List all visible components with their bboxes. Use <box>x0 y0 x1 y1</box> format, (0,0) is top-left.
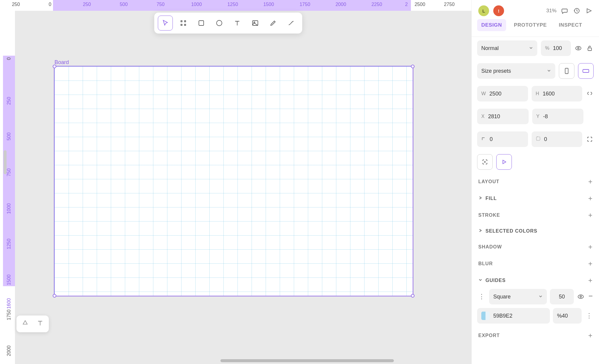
svg-point-6 <box>578 48 579 49</box>
ruler-tick: 750 <box>157 2 165 7</box>
comments-icon[interactable] <box>561 7 568 15</box>
ruler-tick: 2000 <box>6 345 12 356</box>
guide-color-more-icon[interactable]: ⋮ <box>585 312 594 320</box>
history-icon[interactable] <box>573 7 580 15</box>
x-input[interactable]: X <box>477 109 529 124</box>
v-scrollbar-left[interactable] <box>3 141 7 189</box>
play-icon[interactable] <box>585 7 592 15</box>
size-presets-label: Size presets <box>481 68 511 74</box>
ruler-tick: 2000 <box>335 2 346 7</box>
add-stroke-icon[interactable]: + <box>588 212 592 219</box>
chevron-down-icon[interactable] <box>478 278 482 283</box>
section-fill[interactable]: FILL+ <box>472 190 599 207</box>
ruler-tick: 1500 <box>263 2 274 7</box>
guide-type-select[interactable]: Square <box>489 289 547 304</box>
show-in-viewer-button[interactable] <box>496 154 512 170</box>
resize-handle-nw[interactable] <box>53 65 56 68</box>
ruler-tick: 1000 <box>191 2 202 7</box>
ruler-tick: 500 <box>6 133 12 141</box>
ruler-horizontal[interactable]: 2500250500750100012501500175020002250225… <box>0 0 471 11</box>
orientation-landscape[interactable] <box>578 63 594 79</box>
svg-point-5 <box>576 46 581 50</box>
ruler-tick: 0 <box>6 57 12 60</box>
tab-prototype[interactable]: PROTOTYPE <box>510 19 551 31</box>
height-input[interactable]: H <box>532 86 583 101</box>
guide-color-opacity[interactable]: % 40 <box>553 308 582 324</box>
zoom-level[interactable]: 31% <box>546 8 556 14</box>
ruler-tick: 0 <box>49 2 52 7</box>
tool-rect[interactable] <box>194 16 209 31</box>
v-scrollbar-thumb[interactable] <box>4 150 7 174</box>
rotation-input[interactable] <box>477 131 528 147</box>
chevron-down-icon <box>529 45 533 51</box>
add-shadow-icon[interactable]: + <box>588 243 592 251</box>
rotation-icon <box>481 136 486 142</box>
tab-design[interactable]: DESIGN <box>477 19 506 31</box>
board[interactable] <box>54 66 413 296</box>
ruler-tick: 1750 <box>300 2 310 7</box>
tab-inspect[interactable]: INSPECT <box>555 19 586 31</box>
add-blur-icon[interactable]: + <box>588 260 592 267</box>
tool-image[interactable] <box>248 16 263 31</box>
lock-icon[interactable] <box>586 44 594 52</box>
tool-cursor[interactable] <box>158 16 173 31</box>
add-layout-icon[interactable]: + <box>588 178 592 185</box>
link-wh-icon[interactable] <box>586 90 594 98</box>
opacity-value[interactable] <box>553 45 567 51</box>
radius-input[interactable] <box>532 131 583 147</box>
orientation-portrait[interactable] <box>559 63 574 79</box>
tool-text[interactable] <box>230 16 245 31</box>
width-input[interactable]: W <box>477 86 528 101</box>
y-input[interactable]: Y <box>532 109 584 124</box>
svg-rect-8 <box>565 68 568 74</box>
mini-shape-icon[interactable] <box>22 320 28 328</box>
canvas[interactable]: Board <box>15 11 471 364</box>
board-grid <box>55 66 413 296</box>
tool-ellipse[interactable] <box>212 16 227 31</box>
add-export-icon[interactable]: + <box>588 332 592 339</box>
chevron-right-icon[interactable] <box>478 228 482 234</box>
visibility-icon[interactable] <box>574 44 582 52</box>
ruler-tick: 1600 <box>6 298 12 309</box>
section-stroke[interactable]: STROKE+ <box>472 207 599 224</box>
resize-handle-se[interactable] <box>411 294 415 298</box>
ruler-tick: 2500 <box>415 2 425 7</box>
ruler-tick: 500 <box>120 2 128 7</box>
h-scrollbar[interactable] <box>15 359 471 363</box>
guide-color-chip[interactable]: 59B9E2 <box>477 308 550 324</box>
section-selected-colors[interactable]: SELECTED COLORS <box>472 224 599 239</box>
guide-drag-icon[interactable]: ⋮ <box>477 293 486 301</box>
size-presets-select[interactable]: Size presets <box>477 63 555 79</box>
chevron-down-icon <box>539 294 543 300</box>
chevron-right-icon[interactable] <box>478 196 482 201</box>
add-fill-icon[interactable]: + <box>588 195 592 202</box>
mini-text-icon[interactable] <box>37 320 43 328</box>
tool-curve[interactable] <box>284 16 299 31</box>
avatar[interactable]: L <box>478 5 489 16</box>
tool-frame[interactable] <box>176 16 191 31</box>
ruler-tick: 250 <box>12 2 20 7</box>
blend-mode-select[interactable]: Normal <box>477 40 537 56</box>
section-shadow[interactable]: SHADOW+ <box>472 239 599 255</box>
avatar[interactable]: ! <box>493 5 504 16</box>
section-blur[interactable]: BLUR+ <box>472 255 599 272</box>
board-label[interactable]: Board <box>55 59 69 66</box>
resize-handle-ne[interactable] <box>411 65 415 68</box>
ruler-tick: 250 <box>6 97 12 105</box>
guide-size-input[interactable]: 50 <box>550 289 574 304</box>
add-guide-icon[interactable]: + <box>588 277 592 284</box>
section-layout[interactable]: LAYOUT+ <box>472 173 599 190</box>
h-scrollbar-thumb[interactable] <box>220 359 394 362</box>
radius-icon <box>536 136 541 142</box>
opacity-input[interactable]: % <box>541 40 571 56</box>
section-guides[interactable]: GUIDES+ <box>472 272 599 289</box>
svg-rect-7 <box>588 48 592 51</box>
resize-handle-sw[interactable] <box>53 294 56 298</box>
ruler-tick: 1250 <box>6 239 12 249</box>
remove-guide-icon[interactable] <box>588 293 594 300</box>
section-export[interactable]: EXPORT+ <box>472 327 599 344</box>
guide-visibility-icon[interactable] <box>577 293 585 301</box>
corners-independent-icon[interactable] <box>586 135 594 143</box>
tool-pen[interactable] <box>266 16 281 31</box>
clip-content-button[interactable] <box>477 154 493 170</box>
